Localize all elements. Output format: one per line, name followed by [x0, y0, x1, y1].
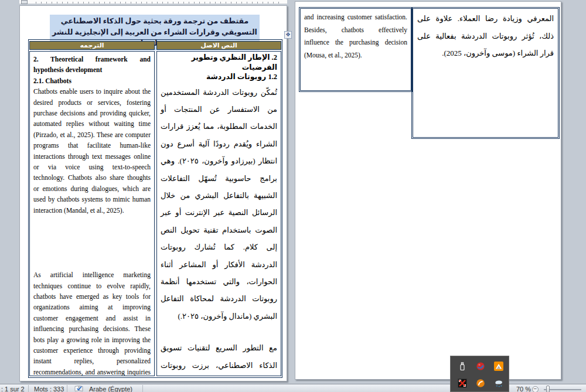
english-translation-cell[interactable]: 2. Theoretical framework and hypothesis …: [29, 51, 155, 376]
arabic-paragraph-1[interactable]: تُمكّن روبوتات الدردشة المستخدمين من الا…: [161, 84, 277, 325]
language-indicator[interactable]: Arabe (Égypte): [89, 386, 132, 392]
arabic-continuation-cell[interactable]: المعرفي وزيادة رضا العملاء. علاوة على ذل…: [413, 8, 558, 138]
table-move-handle-icon[interactable]: ✥: [284, 31, 292, 39]
arabic-heading-1[interactable]: 2. الإطار النظري وتطوير الفرضيات: [161, 53, 277, 72]
keyboard-layout-icon[interactable]: [458, 379, 467, 388]
arabic-heading-2[interactable]: 1.2 روبوتات الدردشة: [161, 72, 277, 82]
svg-text:+: +: [496, 384, 498, 387]
page-indicator[interactable]: : 1 sur 2: [1, 386, 25, 392]
word-count[interactable]: Mots : 333: [34, 386, 64, 392]
english-heading-2[interactable]: 2.1. Chatbots: [33, 76, 151, 86]
statusbar-separator: [142, 385, 143, 392]
arabic-paragraph-2[interactable]: مع التطور السريع لتقنيات تسويق الذكاء ال…: [161, 339, 277, 376]
spelling-check-icon[interactable]: [74, 385, 83, 392]
avira-antivirus-icon[interactable]: [476, 379, 485, 388]
ccleaner-icon[interactable]: [476, 362, 485, 371]
usb-device-icon[interactable]: [458, 362, 467, 371]
ruler-indent-marker[interactable]: [21, 0, 28, 4]
weather-cloud-icon[interactable]: +++: [494, 379, 503, 388]
english-continuation-cell[interactable]: and increasing customer satisfaction. Be…: [300, 8, 411, 91]
statusbar-separator: [28, 385, 29, 392]
document-page-1: مقتطف من ترجمة ورقة بحثية حول الذكاء الا…: [19, 5, 287, 381]
system-tray-overflow-popup: +++: [450, 356, 509, 392]
english-paragraph-1[interactable]: Chatbots enable users to inquire about t…: [33, 86, 151, 216]
english-paragraph-2[interactable]: As artificial intelligence marketing tec…: [33, 270, 151, 376]
orange-triangle-app-icon[interactable]: [494, 362, 503, 371]
zoom-slider-thumb[interactable]: [546, 386, 550, 392]
zoom-level[interactable]: 70 %: [516, 386, 531, 392]
statusbar-separator: [67, 385, 67, 392]
table-header-original[interactable]: النص الاصل: [156, 41, 281, 50]
document-page-2: and increasing customer satisfaction. Be…: [295, 1, 561, 380]
translation-table: الترجمه النص الاصل 2. Theoretical framew…: [28, 39, 282, 378]
ruler-ticks: [36, 2, 281, 4]
horizontal-ruler[interactable]: [19, 0, 287, 4]
zoom-out-button[interactable]: −: [532, 386, 539, 392]
svg-text:+: +: [500, 384, 502, 387]
arabic-original-cell[interactable]: 2. الإطار النظري وتطوير الفرضيات 1.2 روب…: [156, 51, 281, 376]
table-header-translation[interactable]: الترجمه: [29, 41, 155, 50]
english-heading-1[interactable]: 2. Theoretical framework and hypothesis …: [33, 54, 151, 76]
